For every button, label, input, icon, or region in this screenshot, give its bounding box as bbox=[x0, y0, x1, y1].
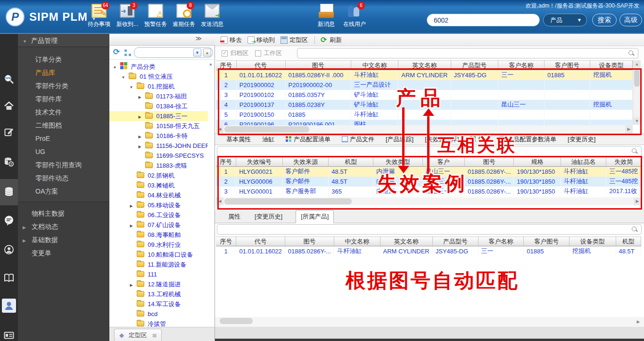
column-header[interactable]: 油缸品名 bbox=[561, 157, 606, 167]
tab[interactable]: [所属产品] bbox=[296, 210, 334, 223]
nav-item[interactable]: 零部件库 bbox=[18, 92, 109, 106]
brand[interactable]: P SIPM PLM ▼ bbox=[6, 8, 96, 26]
tree-expander-icon[interactable]: ▼ bbox=[112, 63, 118, 73]
tree-node[interactable]: 08.海事船舶 bbox=[109, 230, 208, 240]
tree-node[interactable]: 01384-徐工 bbox=[109, 101, 208, 111]
column-header[interactable]: 代号 bbox=[236, 61, 285, 70]
failure-table-hscrollbar[interactable]: ◀ ▶ bbox=[216, 197, 641, 205]
tree-expander-icon[interactable]: ▶ bbox=[137, 92, 143, 102]
nav-item[interactable]: 订单分类 bbox=[18, 53, 109, 66]
tree-expander-icon[interactable]: ▶ bbox=[128, 201, 134, 211]
table-row[interactable]: 4P20190013701885.0238Y铲斗油缸昆山三一挖掘机 bbox=[216, 100, 633, 110]
archive-checkbox[interactable] bbox=[222, 50, 228, 57]
nav-item[interactable]: OA方案 bbox=[18, 185, 109, 198]
tree-node[interactable]: 06.工业设备 bbox=[109, 210, 208, 220]
dingxing-button[interactable]: 定型区 bbox=[281, 36, 308, 44]
tab[interactable]: 产品配置清单 bbox=[286, 135, 330, 144]
table-row[interactable]: 101.01.01.1602201885.0286Y-...斗杆油缸ARM CY… bbox=[216, 246, 641, 256]
table-row[interactable]: 1HLYG00021客户邮件48.5T内泄漏昆山三一01885.0286Y-..… bbox=[216, 167, 641, 177]
column-header[interactable]: 机型 bbox=[329, 157, 373, 167]
header-action[interactable]: 8 逾期任务 bbox=[170, 4, 198, 28]
nav-group-item[interactable]: ▶ 文档动态 bbox=[18, 220, 109, 233]
search-type-select[interactable]: 产品 ▼ bbox=[543, 14, 587, 26]
column-header[interactable]: 序号 bbox=[216, 61, 236, 70]
column-header[interactable]: 产品型号 bbox=[451, 61, 498, 70]
column-header[interactable]: 失效来源 bbox=[282, 157, 329, 167]
tab[interactable]: 产品配置参数清单 bbox=[499, 135, 556, 144]
table-row[interactable]: 3HLYG00001客户服务部365内泄漏昆山三一01885.0286Y-...… bbox=[216, 187, 641, 196]
search-down-button[interactable]: ▼ bbox=[193, 49, 201, 57]
nav-item[interactable]: 二维图档 bbox=[18, 119, 109, 132]
remove-button[interactable]: 移去 bbox=[221, 36, 242, 44]
tree-node[interactable]: bcd bbox=[109, 309, 208, 319]
tree-expander-icon[interactable]: ▶ bbox=[128, 221, 134, 231]
nav-group-item[interactable]: ▶ 基础数据 bbox=[18, 233, 109, 246]
tab[interactable]: 油缸 bbox=[262, 135, 274, 144]
failure-filter-field[interactable] bbox=[220, 146, 631, 156]
header-action[interactable]: 新消息 bbox=[312, 4, 340, 28]
column-header[interactable]: 设备类型 bbox=[590, 61, 633, 70]
column-header[interactable]: 产品型号 bbox=[432, 237, 478, 246]
tree-node[interactable]: 10158-恒天九五 bbox=[109, 121, 208, 131]
collapse-chevrons-icon[interactable]: ≫ bbox=[195, 35, 202, 42]
column-header[interactable]: 失效类型 bbox=[373, 157, 422, 167]
nav-item[interactable]: UG bbox=[18, 145, 109, 158]
search-up-button[interactable]: ▲ bbox=[203, 49, 211, 57]
sipm-search-icon[interactable]: SIPM bbox=[3, 73, 15, 85]
tree-node[interactable]: ▶ 01173-福田 bbox=[109, 91, 208, 101]
tree-node[interactable]: 111 bbox=[109, 269, 208, 279]
column-header[interactable]: 图号 bbox=[465, 157, 514, 167]
column-header[interactable]: 机型 bbox=[616, 237, 641, 246]
column-header[interactable]: 中文名称 bbox=[334, 237, 380, 246]
move-to-button[interactable]: 移动到 bbox=[248, 36, 275, 44]
workspace-checkbox[interactable] bbox=[255, 50, 261, 57]
close-icon[interactable]: ⊠ bbox=[152, 333, 157, 338]
id-card-icon[interactable] bbox=[3, 330, 15, 341]
chevron-right-icon[interactable]: ▶ bbox=[23, 221, 30, 234]
tree-node[interactable]: 14.军工设备 bbox=[109, 299, 208, 309]
scrollbar-thumb[interactable] bbox=[224, 126, 309, 132]
table-row[interactable]: 101.01.01.1602201885.0286Y-II .000斗杆油缸AR… bbox=[216, 70, 633, 80]
tab[interactable]: 产品文件 bbox=[342, 135, 374, 144]
tree-node[interactable]: 11699-SPECSYS bbox=[109, 151, 208, 161]
product-filter-input[interactable] bbox=[297, 48, 638, 58]
tab[interactable]: 属性 bbox=[227, 211, 241, 223]
header-action[interactable]: 64 待办事项 bbox=[85, 4, 113, 28]
scrollbar-thumb[interactable] bbox=[634, 69, 640, 87]
column-header[interactable]: 失效编号 bbox=[236, 157, 282, 167]
column-header[interactable]: 序号 bbox=[216, 157, 236, 167]
product-table-hscrollbar[interactable]: ◀ ▶ bbox=[216, 125, 633, 133]
tree-expander-icon[interactable]: ▶ bbox=[137, 112, 143, 122]
tree-expander-icon[interactable]: ▶ bbox=[128, 280, 134, 290]
column-header[interactable]: 中文名称 bbox=[351, 61, 398, 70]
table-row[interactable]: 2P201900002P201900002-00三一产品设计 bbox=[216, 80, 633, 90]
chat-icon[interactable] bbox=[3, 215, 15, 226]
tree-node[interactable]: 10.船舶港口设备 bbox=[109, 250, 208, 260]
table-row[interactable]: 6P201900196P201900196.001圆柱 bbox=[216, 120, 633, 126]
scroll-right-icon[interactable]: ▶ bbox=[634, 197, 641, 205]
column-header[interactable]: 图号 bbox=[285, 61, 351, 70]
search-icon[interactable] bbox=[632, 148, 638, 154]
column-header[interactable]: 设备类型 bbox=[569, 237, 616, 246]
tree-search-input[interactable]: ▼ ▲ bbox=[134, 47, 213, 58]
tree-node[interactable]: ▶ 12.隧道掘进 bbox=[109, 279, 208, 289]
tree-node[interactable]: ▶ 11156-JOHN DEERE bbox=[109, 141, 208, 151]
database-icon[interactable] bbox=[3, 186, 15, 197]
nav-item[interactable]: 零部件动态 bbox=[18, 171, 109, 185]
tree-node[interactable]: 03.摊铺机 bbox=[109, 180, 208, 190]
tree-node[interactable]: 11.新能源设备 bbox=[109, 260, 208, 269]
header-action[interactable]: 3 新收到... bbox=[113, 4, 141, 28]
search-icon[interactable] bbox=[632, 227, 638, 233]
tree-expander-icon[interactable]: ▶ bbox=[137, 132, 143, 142]
scroll-right-icon[interactable]: ▶ bbox=[625, 125, 633, 133]
table-row[interactable]: 3P20190010201885.0357Y铲斗油缸 bbox=[216, 90, 633, 100]
support-headset-icon[interactable] bbox=[3, 244, 15, 255]
scrollbar-thumb[interactable] bbox=[220, 318, 253, 324]
header-action[interactable]: 6 在线用户 bbox=[340, 4, 369, 28]
tree-scrollbar[interactable]: ▲ ▼ bbox=[207, 61, 214, 341]
tab[interactable]: [产品追踪] bbox=[386, 135, 413, 144]
nav-item[interactable]: 产品库 bbox=[18, 66, 109, 79]
product-table-vscrollbar[interactable]: ▲ ▼ bbox=[633, 60, 640, 125]
tree-node[interactable]: ▼ 产品分类 bbox=[109, 62, 208, 72]
tree-refresh-icon[interactable]: ⟳ bbox=[113, 47, 120, 57]
